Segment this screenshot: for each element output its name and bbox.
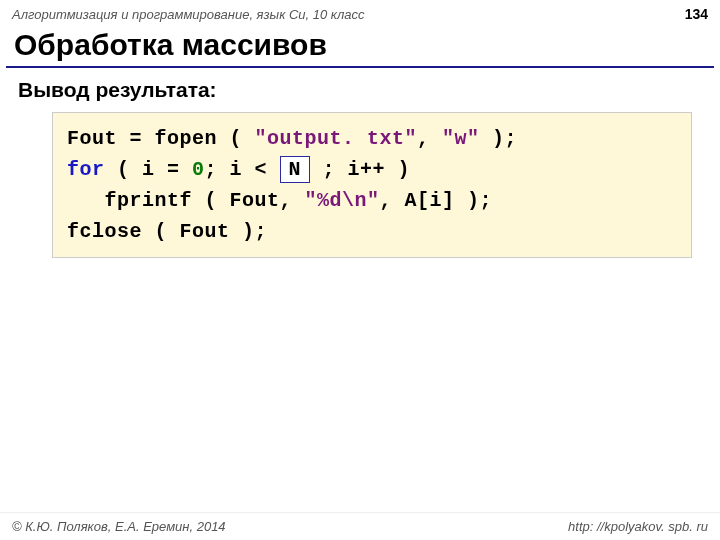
footer: © К.Ю. Поляков, Е.А. Еремин, 2014 http: …: [0, 512, 720, 540]
code-line-4: fclose ( Fout );: [67, 216, 677, 247]
code-line-3: fprintf ( Fout, "%d\n", A[i] );: [67, 185, 677, 216]
copyright: © К.Ю. Поляков, Е.А. Еремин, 2014: [12, 519, 226, 534]
source-url: http: //kpolyakov. spb. ru: [568, 519, 708, 534]
page-number: 134: [685, 6, 708, 22]
code-block: Fout = fopen ( "output. txt", "w" ); for…: [52, 112, 692, 258]
code-line-1: Fout = fopen ( "output. txt", "w" );: [67, 123, 677, 154]
header-bar: Алгоритмизация и программирование, язык …: [0, 0, 720, 26]
boxed-n: N: [280, 156, 311, 183]
course-title: Алгоритмизация и программирование, язык …: [12, 7, 365, 22]
slide-title: Обработка массивов: [0, 26, 720, 66]
subtitle: Вывод результата:: [0, 68, 720, 112]
code-line-2: for ( i = 0; i < N ; i++ ): [67, 154, 677, 185]
